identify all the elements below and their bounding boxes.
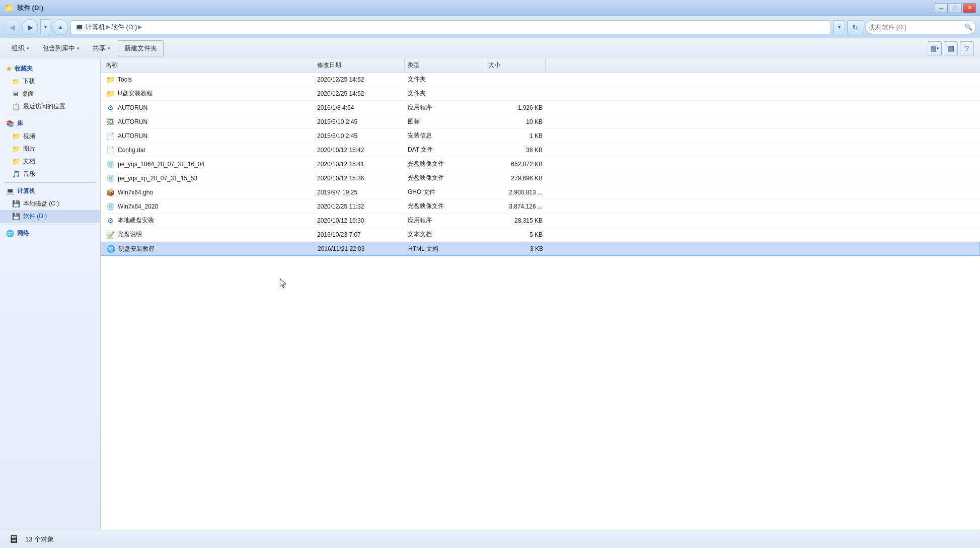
images-icon: 📁 <box>12 145 20 153</box>
window-title: 软件 (D:) <box>17 4 43 13</box>
breadcrumb: 计算机 ▶ 软件 (D:) ▶ <box>86 23 142 32</box>
file-name: AUTORUN <box>118 104 147 111</box>
preview-pane-button[interactable]: ▤ <box>944 41 958 55</box>
file-type: 应用程序 <box>405 103 485 112</box>
music-label: 音乐 <box>23 170 35 178</box>
table-row[interactable]: 🌐 硬盘安装教程 2016/11/21 22:03 HTML 文档 3 KB <box>101 242 980 256</box>
file-size: 28,315 KB <box>485 217 546 224</box>
file-date: 2020/10/12 15:36 <box>314 175 405 182</box>
table-row[interactable]: 💿 pe_yqs_1064_20_07_31_16_04 2020/10/12 … <box>101 157 980 171</box>
file-name-cell: 💿 pe_yqs_1064_20_07_31_16_04 <box>103 160 314 169</box>
sidebar-item-images[interactable]: 📁 图片 <box>0 143 100 155</box>
crumb-computer[interactable]: 计算机 <box>86 23 105 32</box>
table-row[interactable]: 💿 pe_yqs_xp_20_07_31_15_53 2020/10/12 15… <box>101 171 980 185</box>
sidebar-item-desktop[interactable]: 🖥 桌面 <box>0 88 100 100</box>
file-size: 5 KB <box>485 231 546 238</box>
sidebar-item-music[interactable]: 🎵 音乐 <box>0 168 100 180</box>
table-row[interactable]: 📝 光盘说明 2016/10/23 7:07 文本文档 5 KB <box>101 228 980 242</box>
crumb-drive: 软件 (D:) <box>111 23 137 32</box>
star-icon: ★ <box>6 65 12 73</box>
sidebar-item-recent[interactable]: 📋 最近访问的位置 <box>0 100 100 113</box>
search-input[interactable] <box>869 24 962 31</box>
maximize-button[interactable]: □ <box>949 3 962 13</box>
file-name-cell: 💿 Win7x64_2020 <box>103 202 314 211</box>
file-size: 10 KB <box>485 118 546 125</box>
file-size: 3 KB <box>486 245 546 252</box>
file-list-header: 名称 修改日期 类型 大小 <box>101 58 980 73</box>
include-label: 包含到库中 <box>42 44 75 53</box>
table-row[interactable]: ⚙ 本地硬盘安装 2020/10/12 15:30 应用程序 28,315 KB <box>101 214 980 228</box>
help-button[interactable]: ? <box>960 41 974 55</box>
refresh-button[interactable]: ↻ <box>847 20 863 34</box>
file-icon: 📝 <box>106 230 115 239</box>
view-icon: ▤ <box>930 44 937 52</box>
new-folder-button[interactable]: 新建文件夹 <box>118 40 164 56</box>
file-size: 1 KB <box>485 132 546 140</box>
file-type: 应用程序 <box>405 216 485 225</box>
divider-3 <box>4 225 96 225</box>
computer-icon: 💻 <box>75 23 84 31</box>
sidebar-item-drive-d[interactable]: 💾 软件 (D:) <box>0 210 100 223</box>
file-icon: 💿 <box>106 202 115 211</box>
share-button[interactable]: 共享 ▾ <box>87 40 116 56</box>
file-name: pe_yqs_1064_20_07_31_16_04 <box>118 161 204 168</box>
table-row[interactable]: 💿 Win7x64_2020 2020/12/25 11:32 光盘映像文件 3… <box>101 199 980 214</box>
table-row[interactable]: 📦 Win7x64.gho 2019/9/7 19:25 GHO 文件 2,90… <box>101 185 980 199</box>
sidebar-item-video[interactable]: 📁 视频 <box>0 130 100 143</box>
address-dropdown-button[interactable]: ▾ <box>833 20 845 34</box>
file-date: 2016/11/21 22:03 <box>315 245 405 252</box>
desktop-label: 桌面 <box>22 90 34 98</box>
file-name-cell: ⚙ 本地硬盘安装 <box>103 216 314 225</box>
address-bar[interactable]: 💻 计算机 ▶ 软件 (D:) ▶ <box>70 20 831 34</box>
table-row[interactable]: 📁 Tools 2020/12/25 14:52 文件夹 <box>101 73 980 87</box>
table-row[interactable]: ⚙ AUTORUN 2016/1/8 4:54 应用程序 1,926 KB <box>101 101 980 115</box>
drive-d-label: 软件 (D:) <box>23 212 47 221</box>
col-header-date[interactable]: 修改日期 <box>314 58 405 72</box>
close-button[interactable]: ✕ <box>963 3 976 13</box>
file-size: 3,874,126 ... <box>485 203 546 210</box>
desktop-icon: 🖥 <box>12 90 19 98</box>
table-row[interactable]: 📄 AUTORUN 2015/5/10 2:45 安装信息 1 KB <box>101 129 980 143</box>
file-type: 安装信息 <box>405 131 485 140</box>
minimize-button[interactable]: ─ <box>935 3 948 13</box>
col-header-name[interactable]: 名称 <box>103 58 314 72</box>
organize-dropdown-arrow: ▾ <box>27 46 29 51</box>
downloads-folder-icon: 📁 <box>12 78 20 85</box>
library-icon: 📚 <box>6 120 14 127</box>
file-type: 光盘映像文件 <box>405 174 485 182</box>
organize-button[interactable]: 组织 ▾ <box>6 40 35 56</box>
col-header-size[interactable]: 大小 <box>485 58 546 72</box>
file-list[interactable]: 名称 修改日期 类型 大小 📁 Tools 2020/12/25 14:52 文… <box>101 58 980 530</box>
file-icon: 📄 <box>106 146 115 155</box>
file-size: 652,072 KB <box>485 161 546 168</box>
file-name-cell: 📁 Tools <box>103 75 314 84</box>
sidebar-section-network: 🌐 网络 <box>0 227 100 240</box>
view-options-button[interactable]: ▤ ▾ <box>928 41 942 55</box>
table-row[interactable]: 🖼 AUTORUN 2015/5/10 2:45 图标 10 KB <box>101 115 980 129</box>
file-icon: 📁 <box>106 89 115 98</box>
back-button[interactable]: ◀ <box>4 19 20 35</box>
file-name-cell: 📁 U盘安装教程 <box>103 89 314 98</box>
dropdown-arrow-button[interactable]: ▾ <box>40 19 50 35</box>
file-date: 2020/12/25 14:52 <box>314 90 405 97</box>
file-name-cell: 📦 Win7x64.gho <box>103 188 314 197</box>
table-row[interactable]: 📄 Config.dat 2020/10/12 15:42 DAT 文件 36 … <box>101 143 980 157</box>
sidebar-item-documents[interactable]: 📁 文档 <box>0 155 100 168</box>
forward-button[interactable]: ▶ <box>22 19 38 35</box>
sidebar-item-downloads[interactable]: 📁 下载 <box>0 75 100 88</box>
network-icon: 🌐 <box>6 230 14 237</box>
col-header-type[interactable]: 类型 <box>405 58 485 72</box>
file-icon: 💿 <box>106 160 115 169</box>
file-name: AUTORUN <box>118 118 147 125</box>
toolbar-right: ▤ ▾ ▤ ? <box>928 41 974 55</box>
include-library-button[interactable]: 包含到库中 ▾ <box>37 40 85 56</box>
favorites-label: 收藏夹 <box>15 64 33 73</box>
file-size: 1,926 KB <box>485 104 546 111</box>
file-name: Win7x64_2020 <box>118 203 158 210</box>
status-icon: 🖥 <box>8 533 19 546</box>
sidebar-item-drive-c[interactable]: 💾 本地磁盘 (C:) <box>0 197 100 210</box>
search-bar[interactable]: 🔍 <box>865 20 976 34</box>
table-row[interactable]: 📁 U盘安装教程 2020/12/25 14:52 文件夹 <box>101 87 980 101</box>
file-name: 光盘说明 <box>118 230 142 239</box>
up-button[interactable]: ▲ <box>52 19 68 35</box>
